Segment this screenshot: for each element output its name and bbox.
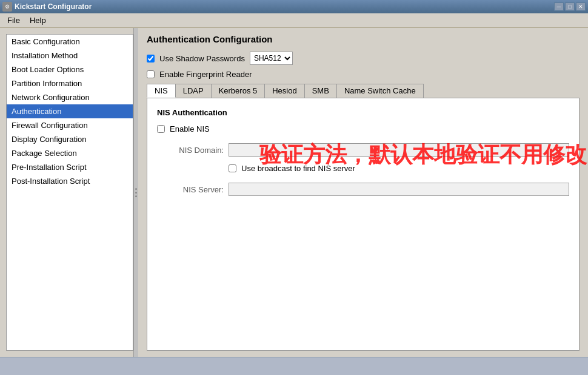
sha-select[interactable]: SHA512 SHA256 MD5 [250, 52, 293, 65]
tab-hesiod[interactable]: Hesiod [264, 84, 304, 98]
sidebar-item-network-config[interactable]: Network Configuration [7, 90, 133, 104]
menu-help[interactable]: Help [25, 15, 51, 26]
nis-tab-content: NIS Authentication Enable NIS NIS Domain… [147, 98, 580, 351]
fingerprint-checkbox[interactable] [147, 70, 155, 78]
sidebar-item-authentication[interactable]: Authentication [7, 104, 133, 118]
sidebar-item-post-install-script[interactable]: Post-Installation Script [7, 174, 133, 188]
main-window: ⚙ Kickstart Configurator ─ □ ✕ File Help… [0, 0, 588, 375]
shadow-passwords-label: Use Shadow Passwords [159, 54, 245, 63]
main-content: Basic Configuration Installation Method … [0, 28, 588, 357]
tab-ldap[interactable]: LDAP [175, 84, 212, 98]
tab-kerberos5[interactable]: Kerberos 5 [211, 84, 266, 98]
sidebar-item-firewall-config[interactable]: Firewall Configuration [7, 118, 133, 132]
resize-dot [135, 188, 137, 190]
menu-file[interactable]: File [2, 15, 25, 26]
minimize-button[interactable]: ─ [554, 2, 564, 11]
nis-domain-row: NIS Domain: [157, 143, 569, 157]
window-controls: ─ □ ✕ [554, 2, 586, 11]
maximize-button[interactable]: □ [565, 2, 575, 11]
fingerprint-label: Enable Fingerprint Reader [159, 70, 252, 79]
tab-nis[interactable]: NIS [147, 84, 176, 98]
section-title: Authentication Configuration [147, 34, 580, 44]
title-bar: ⚙ Kickstart Configurator ─ □ ✕ [0, 0, 588, 13]
shadow-passwords-row: Use Shadow Passwords SHA512 SHA256 MD5 [147, 52, 580, 65]
use-broadcast-label: Use broadcast to find NIS server [241, 164, 355, 173]
tab-name-switch-cache[interactable]: Name Switch Cache [336, 84, 424, 98]
nis-server-row: NIS Server: [157, 183, 569, 196]
enable-nis-checkbox[interactable] [157, 125, 165, 133]
resize-handle[interactable] [133, 28, 138, 357]
menu-bar: File Help [0, 13, 588, 28]
app-icon: ⚙ [2, 2, 12, 12]
sidebar-item-boot-loader[interactable]: Boot Loader Options [7, 62, 133, 76]
resize-dot [135, 192, 137, 194]
enable-nis-label: Enable NIS [170, 124, 210, 133]
bottom-bar [0, 357, 588, 375]
window-title: Kickstart Configurator [15, 2, 92, 11]
tab-smb[interactable]: SMB [304, 84, 337, 98]
sidebar-item-pre-install-script[interactable]: Pre-Installation Script [7, 160, 133, 174]
sidebar: Basic Configuration Installation Method … [6, 34, 133, 351]
fingerprint-row: Enable Fingerprint Reader [147, 70, 580, 79]
resize-dots [135, 188, 137, 197]
nis-section-title: NIS Authentication [157, 108, 569, 117]
nis-server-label: NIS Server: [157, 185, 224, 194]
sidebar-item-partition-info[interactable]: Partition Information [7, 76, 133, 90]
sidebar-item-basic-config[interactable]: Basic Configuration [7, 35, 133, 49]
use-broadcast-row: Use broadcast to find NIS server [229, 164, 569, 173]
nis-domain-label: NIS Domain: [157, 146, 224, 155]
resize-dot [135, 195, 137, 197]
use-broadcast-checkbox[interactable] [229, 164, 236, 172]
sidebar-item-package-selection[interactable]: Package Selection [7, 146, 133, 160]
sidebar-item-display-config[interactable]: Display Configuration [7, 132, 133, 146]
title-bar-left: ⚙ Kickstart Configurator [2, 2, 92, 12]
close-button[interactable]: ✕ [576, 2, 586, 11]
sidebar-item-installation-method[interactable]: Installation Method [7, 49, 133, 62]
nis-server-input[interactable] [229, 183, 569, 196]
content-area: 验证方法，默认本地验证不用修改 Authentication Configura… [138, 28, 588, 357]
enable-nis-row: Enable NIS [157, 124, 569, 133]
shadow-passwords-checkbox[interactable] [147, 55, 155, 62]
auth-tabs: NIS LDAP Kerberos 5 Hesiod SMB Name Swit… [147, 84, 580, 98]
nis-domain-input[interactable] [229, 143, 569, 157]
